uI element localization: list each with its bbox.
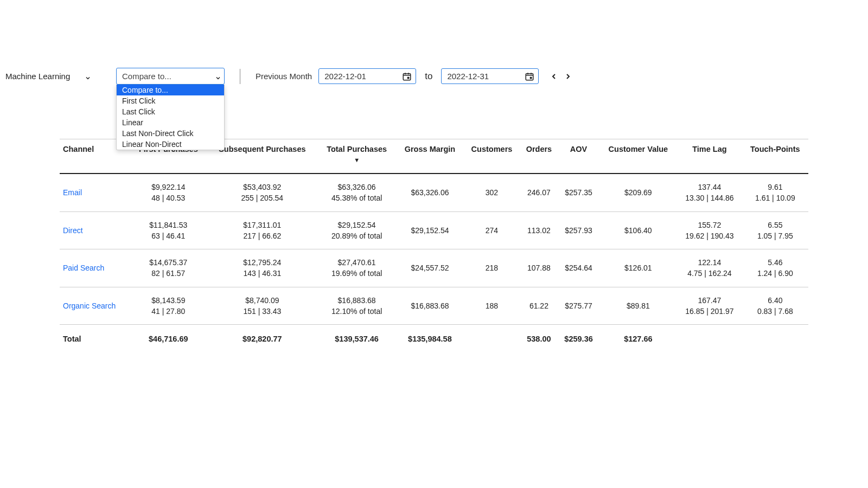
col-total-purchases[interactable]: Total Purchases ▼ xyxy=(317,139,396,174)
cell-cv: $89.81 xyxy=(599,287,678,325)
cell-aov: $254.64 xyxy=(558,249,599,287)
col-time-lag[interactable]: Time Lag xyxy=(677,139,742,174)
cell-orders: 61.22 xyxy=(520,287,558,325)
cell-cv: $209.69 xyxy=(599,174,678,211)
compare-select-value: Compare to... xyxy=(122,72,171,81)
compare-option[interactable]: Linear xyxy=(117,117,224,128)
date-to-input[interactable]: 2022-12-31 xyxy=(441,68,539,84)
cell-tp: 9.611.61 | 10.09 xyxy=(742,174,808,211)
cell-sub: $12,795.24143 | 46.31 xyxy=(207,249,317,287)
total-gross: $135,984.58 xyxy=(396,325,464,354)
cell-tl: 155.7219.62 | 190.43 xyxy=(677,211,742,249)
separator xyxy=(240,69,240,84)
channel-link[interactable]: Email xyxy=(63,188,82,197)
col-aov[interactable]: AOV xyxy=(558,139,599,174)
total-first: $46,716.69 xyxy=(130,325,207,354)
compare-option[interactable]: Last Click xyxy=(117,106,224,117)
previous-month-label: Previous Month xyxy=(256,72,312,81)
next-period-button[interactable] xyxy=(564,72,572,81)
cell-aov: $257.35 xyxy=(558,174,599,211)
cell-gross: $24,557.52 xyxy=(396,249,464,287)
svg-rect-4 xyxy=(408,77,409,78)
cell-tl: 137.4413.30 | 144.86 xyxy=(677,174,742,211)
cell-aov: $257.93 xyxy=(558,211,599,249)
attribution-table: Channel First Purchases Subsequent Purch… xyxy=(60,139,808,353)
cell-customers: 188 xyxy=(464,287,520,325)
cell-customers: 302 xyxy=(464,174,520,211)
total-tp xyxy=(742,325,808,354)
total-customers xyxy=(464,325,520,354)
col-orders[interactable]: Orders xyxy=(520,139,558,174)
cell-sub: $53,403.92255 | 205.54 xyxy=(207,174,317,211)
cell-tp: 5.461.24 | 6.90 xyxy=(742,249,808,287)
prev-period-button[interactable] xyxy=(550,72,558,81)
compare-option[interactable]: Linear Non-Direct xyxy=(117,139,224,150)
channel-link[interactable]: Direct xyxy=(63,226,83,235)
calendar-icon xyxy=(402,72,412,81)
compare-dropdown: Compare to... First Click Last Click Lin… xyxy=(116,85,225,150)
cell-tot: $27,470.6119.69% of total xyxy=(317,249,396,287)
cell-orders: 107.88 xyxy=(520,249,558,287)
table-footer: Total $46,716.69 $92,820.77 $139,537.46 … xyxy=(60,325,808,354)
cell-customers: 218 xyxy=(464,249,520,287)
col-gross-margin[interactable]: Gross Margin xyxy=(396,139,464,174)
table-body: Email$9,922.1448 | 40.53$53,403.92255 | … xyxy=(60,174,808,325)
date-from-input[interactable]: 2022-12-01 xyxy=(318,68,416,84)
total-tl xyxy=(677,325,742,354)
cell-sub: $17,311.01217 | 66.62 xyxy=(207,211,317,249)
chevron-down-icon xyxy=(215,74,220,79)
cell-customers: 274 xyxy=(464,211,520,249)
col-touchpoints[interactable]: Touch-Points xyxy=(742,139,808,174)
total-orders: 538.00 xyxy=(520,325,558,354)
cell-tot: $63,326.0645.38% of total xyxy=(317,174,396,211)
date-to-value: 2022-12-31 xyxy=(441,68,539,84)
cell-cv: $126.01 xyxy=(599,249,678,287)
svg-rect-9 xyxy=(531,77,532,78)
to-label: to xyxy=(425,71,432,82)
cell-gross: $29,152.54 xyxy=(396,211,464,249)
cell-tl: 167.4716.85 | 201.97 xyxy=(677,287,742,325)
channel-link[interactable]: Organic Search xyxy=(63,301,116,310)
col-customer-value[interactable]: Customer Value xyxy=(599,139,678,174)
attribution-model-label: Machine Learning xyxy=(5,72,70,81)
table-row: Direct$11,841.5363 | 46.41$17,311.01217 … xyxy=(60,211,808,249)
compare-select-wrap: Compare to... Compare to... First Click … xyxy=(116,68,225,85)
compare-select[interactable]: Compare to... xyxy=(116,68,225,85)
cell-tp: 6.551.05 | 7.95 xyxy=(742,211,808,249)
svg-rect-5 xyxy=(526,73,534,80)
cell-gross: $63,326.06 xyxy=(396,174,464,211)
total-sub: $92,820.77 xyxy=(207,325,317,354)
cell-first: $9,922.1448 | 40.53 xyxy=(130,174,207,211)
table-row: Email$9,922.1448 | 40.53$53,403.92255 | … xyxy=(60,174,808,211)
attribution-table-wrap: Channel First Purchases Subsequent Purch… xyxy=(5,139,863,353)
cell-orders: 246.07 xyxy=(520,174,558,211)
sort-desc-icon: ▼ xyxy=(321,157,393,163)
date-nav-buttons xyxy=(550,72,572,81)
compare-option[interactable]: Compare to... xyxy=(117,85,224,95)
total-label: Total xyxy=(60,325,130,354)
cell-first: $14,675.3782 | 61.57 xyxy=(130,249,207,287)
col-customers[interactable]: Customers xyxy=(464,139,520,174)
compare-option[interactable]: Last Non-Direct Click xyxy=(117,128,224,139)
total-cv: $127.66 xyxy=(599,325,678,354)
toolbar: Machine Learning Compare to... Compare t… xyxy=(5,11,863,90)
cell-tot: $29,152.5420.89% of total xyxy=(317,211,396,249)
total-aov: $259.36 xyxy=(558,325,599,354)
compare-option[interactable]: First Click xyxy=(117,95,224,106)
total-tot: $139,537.46 xyxy=(317,325,396,354)
cell-tot: $16,883.6812.10% of total xyxy=(317,287,396,325)
cell-gross: $16,883.68 xyxy=(396,287,464,325)
cell-orders: 113.02 xyxy=(520,211,558,249)
cell-sub: $8,740.09151 | 33.43 xyxy=(207,287,317,325)
cell-aov: $275.77 xyxy=(558,287,599,325)
svg-rect-0 xyxy=(403,73,411,80)
date-from-value: 2022-12-01 xyxy=(318,68,416,84)
cell-tp: 6.400.83 | 7.68 xyxy=(742,287,808,325)
calendar-icon xyxy=(525,72,534,81)
chevron-down-icon xyxy=(85,74,90,79)
channel-link[interactable]: Paid Search xyxy=(63,264,104,272)
table-row: Organic Search$8,143.5941 | 27.80$8,740.… xyxy=(60,287,808,325)
cell-cv: $106.40 xyxy=(599,211,678,249)
cell-first: $8,143.5941 | 27.80 xyxy=(130,287,207,325)
attribution-model-select[interactable]: Machine Learning xyxy=(5,68,92,84)
